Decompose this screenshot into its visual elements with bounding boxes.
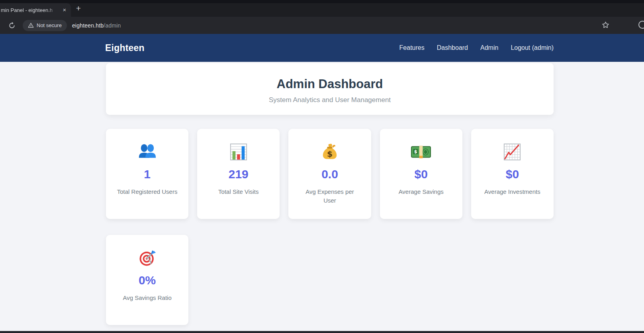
nav-link-features[interactable]: Features	[399, 44, 425, 51]
tab-title: min Panel - eighteen.h	[1, 7, 61, 13]
target-icon	[116, 248, 178, 268]
brand-logo[interactable]: Eighteen	[105, 43, 145, 53]
svg-text:$: $	[414, 149, 417, 154]
nav-link-logout[interactable]: Logout (admin)	[511, 44, 554, 51]
banknote-icon: $	[390, 142, 452, 162]
address-bar[interactable]: eighteen.htb/admin	[72, 22, 121, 29]
stats-grid: 1 Total Registered Users	[106, 129, 554, 325]
stat-card-site-visits: 219 Total Site Visits	[197, 129, 280, 219]
stat-card-avg-expenses: $ 0.0 Avg Expenses per User	[288, 129, 371, 219]
stat-value: 0.0	[299, 167, 360, 181]
stat-value: $0	[390, 167, 452, 181]
nav-links: Features Dashboard Admin Logout (admin)	[399, 44, 554, 51]
stat-value: 1	[116, 167, 178, 181]
new-tab-button[interactable]: +	[73, 3, 84, 14]
bookmark-star-icon[interactable]	[601, 21, 610, 29]
svg-text:$: $	[327, 149, 333, 159]
not-secure-label: Not secure	[37, 22, 62, 28]
stat-card-avg-savings-ratio: 0% Avg Savings Ratio	[106, 235, 188, 325]
page-title: Admin Dashboard	[114, 77, 546, 91]
profile-icon[interactable]	[638, 21, 644, 29]
stat-value: 219	[207, 167, 269, 181]
site-navbar: Eighteen Features Dashboard Admin Logout…	[0, 34, 644, 62]
browser-tab-bar: min Panel - eighteen.h × +	[0, 0, 644, 17]
nav-link-admin[interactable]: Admin	[480, 44, 498, 51]
users-icon	[116, 142, 178, 162]
stat-card-average-investments: $0 Average Investments	[471, 129, 554, 219]
stat-label: Total Registered Users	[116, 187, 178, 196]
bar-chart-icon	[207, 142, 269, 162]
warning-icon	[28, 22, 34, 28]
stat-label: Average Savings	[390, 187, 452, 196]
stat-value: $0	[482, 167, 543, 181]
stat-label: Avg Savings Ratio	[116, 294, 178, 302]
money-bag-icon: $	[299, 142, 360, 162]
chart-increasing-icon	[482, 142, 543, 162]
url-path: /admin	[104, 22, 121, 29]
url-host: eighteen.htb	[72, 22, 104, 29]
stat-label: Average Investments	[482, 187, 543, 196]
stat-card-total-users: 1 Total Registered Users	[106, 129, 188, 219]
stat-value: 0%	[116, 273, 178, 287]
page-body: Admin Dashboard System Analytics and Use…	[0, 62, 644, 331]
taskbar-edge	[0, 331, 644, 333]
security-chip[interactable]: Not secure	[23, 20, 67, 31]
tab-close-icon[interactable]: ×	[61, 6, 69, 14]
browser-toolbar: Not secure eighteen.htb/admin	[0, 17, 644, 34]
reload-icon[interactable]	[8, 22, 16, 30]
stat-label: Total Site Visits	[207, 187, 269, 196]
stat-card-average-savings: $ $0 Average Savings	[380, 129, 462, 219]
stat-label: Avg Expenses per User	[299, 187, 360, 205]
browser-tab[interactable]: min Panel - eighteen.h ×	[0, 3, 71, 17]
page-subtitle: System Analytics and User Management	[114, 96, 546, 104]
nav-link-dashboard[interactable]: Dashboard	[437, 44, 468, 51]
hero-card: Admin Dashboard System Analytics and Use…	[106, 63, 554, 115]
